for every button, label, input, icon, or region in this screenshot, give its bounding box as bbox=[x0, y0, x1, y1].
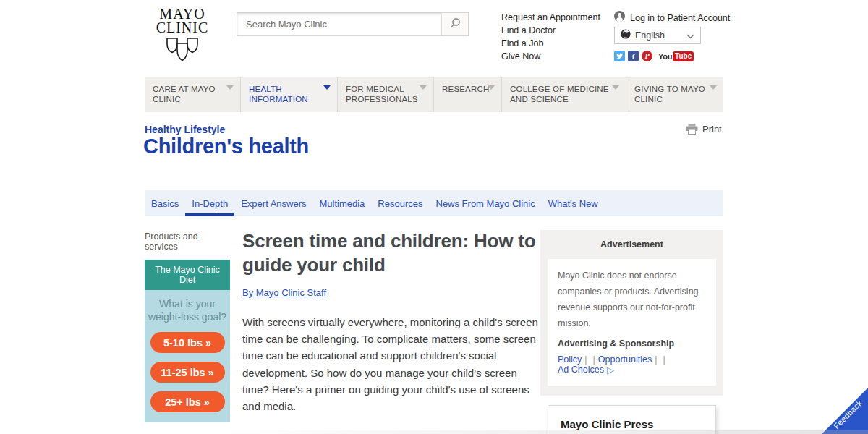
header-quick-links: Request an Appointment Find a Doctor Fin… bbox=[501, 11, 600, 63]
youtube-tube-text: Tube bbox=[673, 51, 694, 61]
nav-care-at-mayo-clinic[interactable]: CARE AT MAYO CLINIC bbox=[145, 77, 241, 112]
diet-ad-body: What is your weight-loss goal? 5-10 lbs … bbox=[145, 290, 230, 422]
diet-goal-button-11-25[interactable]: 11-25 lbs » bbox=[150, 362, 225, 383]
divider: | bbox=[593, 354, 595, 365]
globe-icon bbox=[621, 29, 631, 42]
diet-goal-button-25-plus[interactable]: 25+ lbs » bbox=[150, 391, 225, 412]
feedback-label: Feedback bbox=[828, 395, 867, 434]
primary-nav: CARE AT MAYO CLINIC HEALTH INFORMATION F… bbox=[145, 77, 723, 112]
advertisement-box: Advertisement Mayo Clinic does not endor… bbox=[540, 230, 723, 396]
logo-text-clinic: CLINIC bbox=[155, 21, 210, 35]
content-tab-bar: Basics In-Depth Expert Answers Multimedi… bbox=[145, 190, 723, 216]
print-icon bbox=[686, 124, 698, 135]
nav-college-of-medicine[interactable]: COLLEGE OF MEDICINE AND SCIENCE bbox=[502, 77, 626, 112]
mayo-shields-icon bbox=[155, 38, 210, 69]
divider: | bbox=[655, 354, 657, 365]
search-input[interactable] bbox=[237, 13, 441, 35]
quick-link-request-appointment[interactable]: Request an Appointment bbox=[501, 11, 600, 24]
press-heading: Mayo Clinic Press bbox=[561, 418, 703, 430]
advertisement-disclaimer-box: Mayo Clinic does not endorse companies o… bbox=[548, 259, 716, 386]
feedback-ribbon[interactable]: Feedback bbox=[822, 388, 868, 434]
page-title: Children's health bbox=[143, 135, 309, 158]
mayo-clinic-diet-ad[interactable]: The Mayo Clinic Diet What is your weight… bbox=[145, 260, 230, 422]
youtube-you-text: You bbox=[658, 52, 672, 61]
tab-resources[interactable]: Resources bbox=[371, 190, 429, 216]
byline-link[interactable]: By Mayo Clinic Staff bbox=[242, 287, 326, 298]
nav-label: HEALTH INFORMATION bbox=[249, 85, 308, 103]
diet-goal-button-5-10[interactable]: 5-10 lbs » bbox=[150, 332, 225, 353]
advertisement-label: Advertisement bbox=[548, 239, 716, 250]
pinterest-icon[interactable]: P bbox=[642, 51, 652, 61]
dropdown-triangle-icon bbox=[420, 85, 427, 90]
search-button[interactable] bbox=[441, 13, 468, 35]
tab-expert-answers[interactable]: Expert Answers bbox=[234, 190, 312, 216]
products-services-heading: Products and services bbox=[145, 231, 230, 252]
language-value: English bbox=[635, 30, 682, 41]
breadcrumb-healthy-lifestyle[interactable]: Healthy Lifestyle bbox=[145, 124, 225, 135]
adchoices-icon[interactable]: ▷ bbox=[607, 365, 614, 375]
divider: | bbox=[663, 354, 665, 365]
tab-multimedia[interactable]: Multimedia bbox=[313, 190, 372, 216]
patient-account-login[interactable]: Log in to Patient Account bbox=[614, 11, 730, 25]
quick-link-find-job[interactable]: Find a Job bbox=[501, 37, 600, 50]
nav-label: FOR MEDICAL PROFESSIONALS bbox=[346, 85, 418, 103]
diet-ad-question: What is your weight-loss goal? bbox=[148, 297, 227, 323]
opportunities-link[interactable]: Opportunities bbox=[598, 354, 652, 365]
advertising-sponsorship-heading: Advertising & Sponsorship bbox=[558, 339, 706, 349]
facebook-icon[interactable]: f bbox=[628, 51, 639, 61]
print-button[interactable]: Print bbox=[686, 124, 722, 135]
mayo-clinic-press-box: Mayo Clinic Press Check out these best-s… bbox=[548, 405, 716, 434]
nav-research[interactable]: RESEARCH bbox=[434, 77, 502, 112]
print-label: Print bbox=[702, 124, 722, 135]
nav-health-information[interactable]: HEALTH INFORMATION bbox=[241, 77, 338, 112]
person-icon bbox=[614, 11, 625, 25]
advertising-disclaimer: Mayo Clinic does not endorse companies o… bbox=[558, 268, 706, 332]
diet-ad-title: The Mayo Clinic Diet bbox=[145, 260, 230, 290]
mayo-clinic-logo[interactable]: MAYO CLINIC bbox=[155, 7, 210, 69]
language-selector[interactable]: English bbox=[614, 27, 701, 44]
tab-basics[interactable]: Basics bbox=[145, 190, 185, 216]
nav-for-medical-professionals[interactable]: FOR MEDICAL PROFESSIONALS bbox=[338, 77, 434, 112]
advertising-links: Policy | | Opportunities | | Ad Choices … bbox=[558, 354, 706, 375]
quick-link-give-now[interactable]: Give Now bbox=[501, 50, 600, 63]
nav-label: RESEARCH bbox=[442, 85, 490, 93]
chevron-down-icon bbox=[686, 29, 694, 42]
mayo-clinic-page: MAYO CLINIC Request an Appointment bbox=[0, 0, 868, 434]
tab-in-depth[interactable]: In-Depth bbox=[185, 190, 234, 216]
login-label: Log in to Patient Account bbox=[630, 13, 730, 23]
article-content: Screen time and children: How to guide y… bbox=[242, 229, 540, 434]
quick-link-find-doctor[interactable]: Find a Doctor bbox=[501, 24, 600, 37]
search-bar bbox=[237, 12, 469, 36]
article-paragraph: With screens virtually everywhere, monit… bbox=[242, 314, 540, 415]
social-links: f P You Tube bbox=[614, 51, 694, 61]
dropdown-triangle-icon bbox=[323, 85, 331, 90]
nav-label: GIVING TO MAYO CLINIC bbox=[634, 85, 705, 103]
article-title: Screen time and children: How to guide y… bbox=[242, 229, 540, 278]
tab-whats-new[interactable]: What's New bbox=[542, 190, 605, 216]
dropdown-triangle-icon bbox=[710, 85, 717, 90]
search-icon bbox=[449, 17, 461, 32]
left-sidebar: Products and services The Mayo Clinic Di… bbox=[145, 231, 230, 422]
right-sidebar: Advertisement Mayo Clinic does not endor… bbox=[540, 230, 723, 434]
divider: | bbox=[584, 354, 587, 365]
youtube-icon[interactable]: You Tube bbox=[658, 51, 694, 61]
bottom-edge-shadow bbox=[0, 430, 868, 434]
dropdown-triangle-icon bbox=[226, 85, 234, 90]
dropdown-triangle-icon bbox=[488, 85, 495, 90]
nav-label: CARE AT MAYO CLINIC bbox=[153, 85, 216, 103]
tab-news-from-mayo-clinic[interactable]: News From Mayo Clinic bbox=[430, 190, 542, 216]
twitter-icon[interactable] bbox=[614, 51, 625, 61]
dropdown-triangle-icon bbox=[612, 85, 619, 90]
nav-label: COLLEGE OF MEDICINE AND SCIENCE bbox=[510, 85, 609, 103]
ad-choices-link[interactable]: Ad Choices bbox=[558, 365, 604, 375]
nav-giving-to-mayo-clinic[interactable]: GIVING TO MAYO CLINIC bbox=[626, 77, 723, 112]
policy-link[interactable]: Policy bbox=[558, 354, 582, 365]
